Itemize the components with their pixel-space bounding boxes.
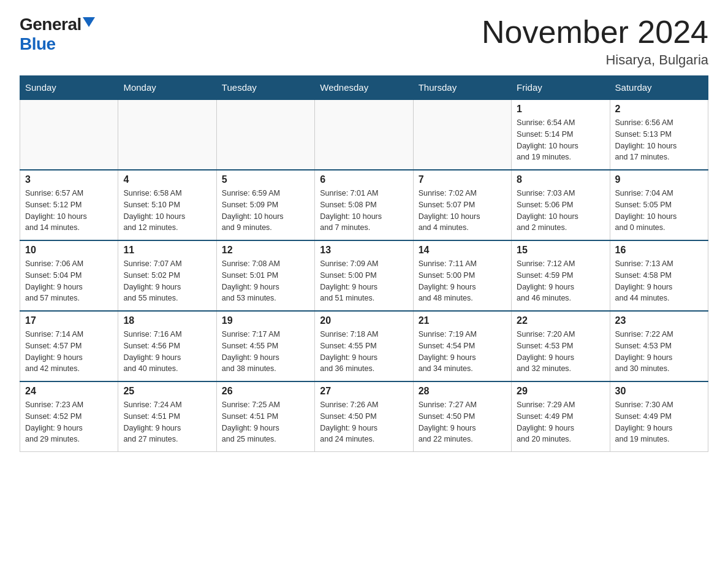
- day-info: Sunrise: 7:11 AMSunset: 5:00 PMDaylight:…: [419, 258, 506, 304]
- calendar-day-cell: 10Sunrise: 7:06 AMSunset: 5:04 PMDayligh…: [20, 240, 118, 311]
- day-number: 19: [222, 315, 309, 326]
- calendar-day-cell: 22Sunrise: 7:20 AMSunset: 4:53 PMDayligh…: [512, 311, 610, 381]
- day-number: 1: [517, 104, 604, 115]
- day-info: Sunrise: 7:27 AMSunset: 4:50 PMDaylight:…: [419, 399, 506, 445]
- day-info: Sunrise: 7:08 AMSunset: 5:01 PMDaylight:…: [222, 258, 309, 304]
- day-info: Sunrise: 7:16 AMSunset: 4:56 PMDaylight:…: [123, 329, 211, 375]
- logo-general-text: General: [20, 15, 82, 34]
- calendar-day-cell: 23Sunrise: 7:22 AMSunset: 4:53 PMDayligh…: [610, 311, 708, 381]
- weekday-header-thursday: Thursday: [413, 76, 511, 100]
- day-number: 25: [123, 386, 211, 397]
- calendar-empty-cell: [315, 99, 413, 170]
- weekday-header-saturday: Saturday: [610, 76, 708, 100]
- day-info: Sunrise: 7:23 AMSunset: 4:52 PMDaylight:…: [25, 399, 113, 445]
- day-number: 7: [419, 174, 506, 185]
- weekday-header-friday: Friday: [512, 76, 610, 100]
- calendar-week-row: 17Sunrise: 7:14 AMSunset: 4:57 PMDayligh…: [20, 311, 708, 381]
- header: General Blue November 2024 Hisarya, Bulg…: [20, 15, 708, 68]
- day-info: Sunrise: 6:58 AMSunset: 5:10 PMDaylight:…: [123, 188, 211, 234]
- day-info: Sunrise: 7:04 AMSunset: 5:05 PMDaylight:…: [615, 188, 703, 234]
- day-info: Sunrise: 7:26 AMSunset: 4:50 PMDaylight:…: [320, 399, 408, 445]
- month-title: November 2024: [482, 15, 708, 50]
- calendar-table: SundayMondayTuesdayWednesdayThursdayFrid…: [20, 75, 708, 452]
- day-info: Sunrise: 7:25 AMSunset: 4:51 PMDaylight:…: [222, 399, 309, 445]
- day-number: 6: [320, 174, 408, 185]
- day-number: 5: [222, 174, 309, 185]
- calendar-day-cell: 15Sunrise: 7:12 AMSunset: 4:59 PMDayligh…: [512, 240, 610, 311]
- logo-triangle-icon: [83, 17, 95, 27]
- day-number: 12: [222, 245, 309, 256]
- calendar-empty-cell: [413, 99, 511, 170]
- day-info: Sunrise: 6:59 AMSunset: 5:09 PMDaylight:…: [222, 188, 309, 234]
- calendar-day-cell: 9Sunrise: 7:04 AMSunset: 5:05 PMDaylight…: [610, 170, 708, 240]
- calendar-empty-cell: [20, 99, 118, 170]
- day-number: 28: [419, 386, 506, 397]
- day-number: 14: [419, 245, 506, 256]
- day-number: 17: [25, 315, 113, 326]
- day-info: Sunrise: 7:01 AMSunset: 5:08 PMDaylight:…: [320, 188, 408, 234]
- title-block: November 2024 Hisarya, Bulgaria: [482, 15, 708, 68]
- calendar-day-cell: 2Sunrise: 6:56 AMSunset: 5:13 PMDaylight…: [610, 99, 708, 170]
- day-number: 23: [615, 315, 703, 326]
- calendar-day-cell: 25Sunrise: 7:24 AMSunset: 4:51 PMDayligh…: [118, 381, 216, 452]
- location-title: Hisarya, Bulgaria: [482, 52, 708, 68]
- calendar-day-cell: 5Sunrise: 6:59 AMSunset: 5:09 PMDaylight…: [216, 170, 314, 240]
- day-number: 9: [615, 174, 703, 185]
- day-number: 21: [419, 315, 506, 326]
- day-info: Sunrise: 7:30 AMSunset: 4:49 PMDaylight:…: [615, 399, 703, 445]
- day-info: Sunrise: 7:29 AMSunset: 4:49 PMDaylight:…: [517, 399, 604, 445]
- weekday-header-tuesday: Tuesday: [216, 76, 314, 100]
- day-info: Sunrise: 7:20 AMSunset: 4:53 PMDaylight:…: [517, 329, 604, 375]
- day-info: Sunrise: 6:57 AMSunset: 5:12 PMDaylight:…: [25, 188, 113, 234]
- calendar-week-row: 1Sunrise: 6:54 AMSunset: 5:14 PMDaylight…: [20, 99, 708, 170]
- calendar-day-cell: 16Sunrise: 7:13 AMSunset: 4:58 PMDayligh…: [610, 240, 708, 311]
- calendar-day-cell: 12Sunrise: 7:08 AMSunset: 5:01 PMDayligh…: [216, 240, 314, 311]
- day-number: 18: [123, 315, 211, 326]
- day-number: 20: [320, 315, 408, 326]
- calendar-day-cell: 6Sunrise: 7:01 AMSunset: 5:08 PMDaylight…: [315, 170, 413, 240]
- calendar-day-cell: 13Sunrise: 7:09 AMSunset: 5:00 PMDayligh…: [315, 240, 413, 311]
- day-info: Sunrise: 7:12 AMSunset: 4:59 PMDaylight:…: [517, 258, 604, 304]
- calendar-week-row: 10Sunrise: 7:06 AMSunset: 5:04 PMDayligh…: [20, 240, 708, 311]
- calendar-day-cell: 26Sunrise: 7:25 AMSunset: 4:51 PMDayligh…: [216, 381, 314, 452]
- weekday-header-wednesday: Wednesday: [315, 76, 413, 100]
- day-number: 13: [320, 245, 408, 256]
- calendar-day-cell: 1Sunrise: 6:54 AMSunset: 5:14 PMDaylight…: [512, 99, 610, 170]
- calendar-empty-cell: [216, 99, 314, 170]
- calendar-day-cell: 14Sunrise: 7:11 AMSunset: 5:00 PMDayligh…: [413, 240, 511, 311]
- calendar-day-cell: 28Sunrise: 7:27 AMSunset: 4:50 PMDayligh…: [413, 381, 511, 452]
- day-number: 30: [615, 386, 703, 397]
- calendar-day-cell: 8Sunrise: 7:03 AMSunset: 5:06 PMDaylight…: [512, 170, 610, 240]
- day-info: Sunrise: 7:02 AMSunset: 5:07 PMDaylight:…: [419, 188, 506, 234]
- day-info: Sunrise: 7:07 AMSunset: 5:02 PMDaylight:…: [123, 258, 211, 304]
- day-number: 3: [25, 174, 113, 185]
- day-number: 26: [222, 386, 309, 397]
- weekday-header-sunday: Sunday: [20, 76, 118, 100]
- day-info: Sunrise: 6:54 AMSunset: 5:14 PMDaylight:…: [517, 117, 604, 163]
- day-number: 15: [517, 245, 604, 256]
- calendar-day-cell: 20Sunrise: 7:18 AMSunset: 4:55 PMDayligh…: [315, 311, 413, 381]
- day-number: 10: [25, 245, 113, 256]
- day-number: 22: [517, 315, 604, 326]
- day-number: 27: [320, 386, 408, 397]
- calendar-day-cell: 19Sunrise: 7:17 AMSunset: 4:55 PMDayligh…: [216, 311, 314, 381]
- day-number: 2: [615, 104, 703, 115]
- day-number: 8: [517, 174, 604, 185]
- calendar-day-cell: 3Sunrise: 6:57 AMSunset: 5:12 PMDaylight…: [20, 170, 118, 240]
- calendar-day-cell: 7Sunrise: 7:02 AMSunset: 5:07 PMDaylight…: [413, 170, 511, 240]
- calendar-day-cell: 24Sunrise: 7:23 AMSunset: 4:52 PMDayligh…: [20, 381, 118, 452]
- calendar-empty-cell: [118, 99, 216, 170]
- day-info: Sunrise: 7:17 AMSunset: 4:55 PMDaylight:…: [222, 329, 309, 375]
- calendar-day-cell: 21Sunrise: 7:19 AMSunset: 4:54 PMDayligh…: [413, 311, 511, 381]
- day-info: Sunrise: 6:56 AMSunset: 5:13 PMDaylight:…: [615, 117, 703, 163]
- day-info: Sunrise: 7:09 AMSunset: 5:00 PMDaylight:…: [320, 258, 408, 304]
- day-number: 16: [615, 245, 703, 256]
- day-info: Sunrise: 7:14 AMSunset: 4:57 PMDaylight:…: [25, 329, 113, 375]
- calendar-week-row: 24Sunrise: 7:23 AMSunset: 4:52 PMDayligh…: [20, 381, 708, 452]
- weekday-header-monday: Monday: [118, 76, 216, 100]
- day-info: Sunrise: 7:19 AMSunset: 4:54 PMDaylight:…: [419, 329, 506, 375]
- day-info: Sunrise: 7:24 AMSunset: 4:51 PMDaylight:…: [123, 399, 211, 445]
- day-number: 4: [123, 174, 211, 185]
- day-info: Sunrise: 7:06 AMSunset: 5:04 PMDaylight:…: [25, 258, 113, 304]
- logo: General Blue: [20, 15, 95, 54]
